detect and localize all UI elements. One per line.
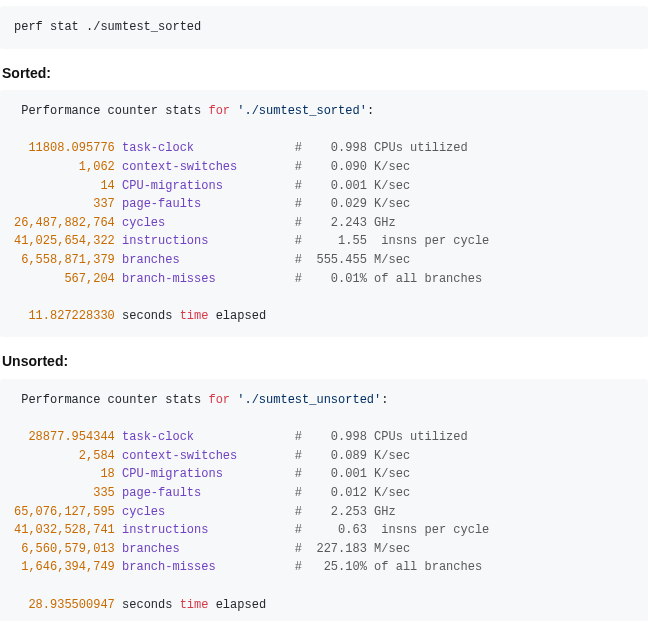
- perf-rhs: 227.183 M/sec: [316, 542, 410, 556]
- perf-metric: branches: [122, 542, 295, 556]
- perf-metric: cycles: [122, 216, 295, 230]
- perf-rhs: 1.55 insns per cycle: [316, 234, 489, 248]
- perf-rhs: 0.001 K/sec: [316, 467, 410, 481]
- perf-rhs: 0.029 K/sec: [316, 197, 410, 211]
- perf-value: 6,560,579,013: [14, 542, 115, 556]
- perf-row: 6,558,871,379 branches # 555.455 M/sec: [14, 251, 634, 270]
- perf-header: Performance counter stats for './sumtest…: [14, 391, 634, 410]
- perf-metric: CPU-migrations: [122, 467, 295, 481]
- perf-metric: context-switches: [122, 160, 295, 174]
- perf-metric: instructions: [122, 523, 295, 537]
- command-text: perf stat ./sumtest_sorted: [14, 18, 634, 37]
- perf-value: 41,032,528,741: [14, 523, 115, 537]
- perf-elapsed: 28.935500947 seconds time elapsed: [14, 596, 634, 615]
- perf-metric: context-switches: [122, 449, 295, 463]
- unsorted-block: Performance counter stats for './sumtest…: [0, 379, 648, 621]
- perf-rhs: 0.001 K/sec: [316, 179, 410, 193]
- perf-row: 1,062 context-switches # 0.090 K/sec: [14, 158, 634, 177]
- perf-header: Performance counter stats for './sumtest…: [14, 102, 634, 121]
- perf-rhs: 2.253 GHz: [316, 505, 395, 519]
- perf-row: 41,032,528,741 instructions # 0.63 insns…: [14, 521, 634, 540]
- perf-value: 1,062: [14, 160, 115, 174]
- perf-row: 1,646,394,749 branch-misses # 25.10% of …: [14, 558, 634, 577]
- perf-metric: task-clock: [122, 430, 295, 444]
- perf-row: 41,025,654,322 instructions # 1.55 insns…: [14, 232, 634, 251]
- perf-rhs: 0.998 CPUs utilized: [316, 141, 467, 155]
- perf-rhs: 0.012 K/sec: [316, 486, 410, 500]
- perf-metric: page-faults: [122, 197, 295, 211]
- sorted-block: Performance counter stats for './sumtest…: [0, 90, 648, 337]
- perf-metric: branches: [122, 253, 295, 267]
- perf-rhs: 0.998 CPUs utilized: [316, 430, 467, 444]
- perf-rhs: 0.63 insns per cycle: [316, 523, 489, 537]
- unsorted-heading: Unsorted:: [2, 351, 646, 373]
- perf-value: 65,076,127,595: [14, 505, 115, 519]
- perf-row: 335 page-faults # 0.012 K/sec: [14, 484, 634, 503]
- perf-metric: CPU-migrations: [122, 179, 295, 193]
- perf-rhs: 0.089 K/sec: [316, 449, 410, 463]
- perf-row: 6,560,579,013 branches # 227.183 M/sec: [14, 540, 634, 559]
- perf-row: 65,076,127,595 cycles # 2.253 GHz: [14, 503, 634, 522]
- perf-rhs: 0.01% of all branches: [316, 272, 482, 286]
- perf-row: 11808.095776 task-clock # 0.998 CPUs uti…: [14, 139, 634, 158]
- perf-metric: cycles: [122, 505, 295, 519]
- perf-value: 2,584: [14, 449, 115, 463]
- perf-row: 28877.954344 task-clock # 0.998 CPUs uti…: [14, 428, 634, 447]
- perf-rhs: 25.10% of all branches: [316, 560, 482, 574]
- perf-row: 2,584 context-switches # 0.089 K/sec: [14, 447, 634, 466]
- perf-metric: branch-misses: [122, 560, 295, 574]
- perf-metric: task-clock: [122, 141, 295, 155]
- perf-value: 14: [14, 179, 115, 193]
- perf-rhs: 555.455 M/sec: [316, 253, 410, 267]
- sorted-heading: Sorted:: [2, 63, 646, 85]
- perf-metric: instructions: [122, 234, 295, 248]
- perf-value: 11808.095776: [14, 141, 115, 155]
- perf-value: 335: [14, 486, 115, 500]
- perf-row: 567,204 branch-misses # 0.01% of all bra…: [14, 270, 634, 289]
- perf-value: 18: [14, 467, 115, 481]
- perf-row: 14 CPU-migrations # 0.001 K/sec: [14, 177, 634, 196]
- command-block: perf stat ./sumtest_sorted: [0, 6, 648, 49]
- perf-row: 337 page-faults # 0.029 K/sec: [14, 195, 634, 214]
- perf-metric: page-faults: [122, 486, 295, 500]
- perf-row: 18 CPU-migrations # 0.001 K/sec: [14, 465, 634, 484]
- perf-row: 26,487,882,764 cycles # 2.243 GHz: [14, 214, 634, 233]
- perf-value: 6,558,871,379: [14, 253, 115, 267]
- perf-value: 28877.954344: [14, 430, 115, 444]
- perf-metric: branch-misses: [122, 272, 295, 286]
- perf-value: 41,025,654,322: [14, 234, 115, 248]
- perf-value: 26,487,882,764: [14, 216, 115, 230]
- perf-value: 337: [14, 197, 115, 211]
- perf-rhs: 0.090 K/sec: [316, 160, 410, 174]
- perf-value: 567,204: [14, 272, 115, 286]
- perf-elapsed: 11.827228330 seconds time elapsed: [14, 307, 634, 326]
- perf-rhs: 2.243 GHz: [316, 216, 395, 230]
- perf-value: 1,646,394,749: [14, 560, 115, 574]
